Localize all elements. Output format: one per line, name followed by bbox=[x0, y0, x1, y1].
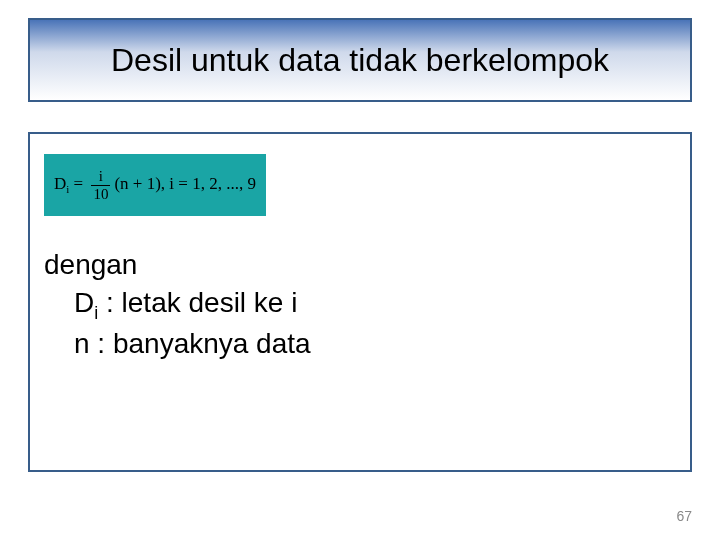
content-box: Di = i10(n + 1), i = 1, 2, ..., 9 dengan… bbox=[28, 132, 692, 472]
desc-line3: n : banyaknya data bbox=[74, 325, 676, 363]
formula-denominator: 10 bbox=[91, 186, 110, 203]
desc-line2: Di : letak desil ke i bbox=[74, 284, 676, 325]
formula-fraction: i10 bbox=[91, 168, 110, 202]
formula-box: Di = i10(n + 1), i = 1, 2, ..., 9 bbox=[44, 154, 266, 216]
description-block: dengan Di : letak desil ke i n : banyakn… bbox=[44, 246, 676, 362]
desc-line1: dengan bbox=[44, 246, 676, 284]
formula-numerator: i bbox=[91, 168, 110, 186]
title-box: Desil untuk data tidak berkelompok bbox=[28, 18, 692, 102]
page-number: 67 bbox=[676, 508, 692, 524]
formula-range: i = 1, 2, ..., 9 bbox=[165, 174, 256, 193]
formula-equals: = bbox=[69, 174, 87, 193]
slide-title: Desil untuk data tidak berkelompok bbox=[111, 42, 609, 79]
desc-line2-pre: D bbox=[74, 287, 94, 318]
formula-lhs-base: D bbox=[54, 174, 66, 193]
desc-line2-post: : letak desil ke i bbox=[98, 287, 297, 318]
formula-rhs: (n + 1), bbox=[114, 174, 165, 193]
